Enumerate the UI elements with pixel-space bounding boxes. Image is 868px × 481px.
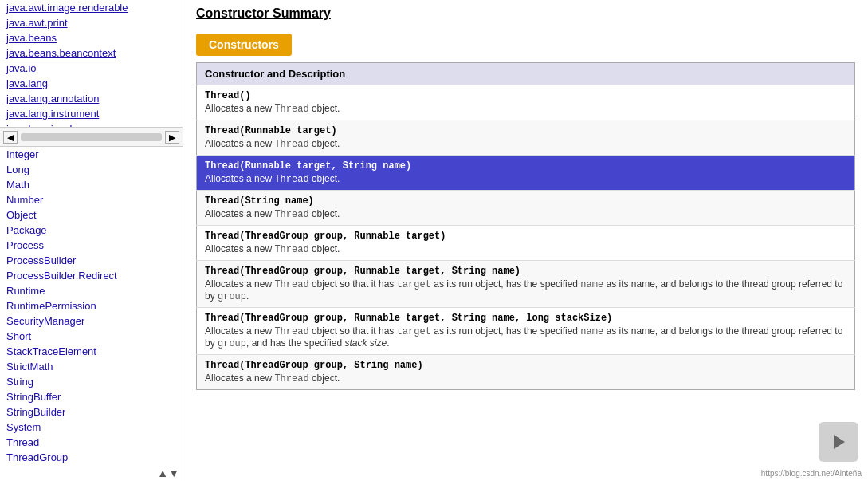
sidebar-class-item[interactable]: Long <box>0 162 183 177</box>
table-row: Thread(ThreadGroup group, Runnable targe… <box>197 308 855 355</box>
table-row: Thread(Runnable target, String name)Allo… <box>197 156 855 191</box>
constructor-signature[interactable]: Thread(ThreadGroup group, Runnable targe… <box>205 266 846 277</box>
sidebar-package-item[interactable]: java.beans <box>0 30 183 45</box>
table-row: Thread(Runnable target)Allocates a new T… <box>197 120 855 156</box>
constructor-signature[interactable]: Thread(Runnable target, String name) <box>205 160 846 172</box>
sidebar-expand-control: ▲ ▼ <box>0 465 183 481</box>
table-row: Thread(ThreadGroup group, Runnable targe… <box>197 261 855 308</box>
constructor-description: Allocates a new Thread object. <box>205 138 846 150</box>
constructor-description: Allocates a new Thread object. <box>205 373 846 384</box>
scroll-left-button[interactable]: ◀ <box>3 131 18 144</box>
package-list: java.awt.image.renderablejava.awt.printj… <box>0 0 183 128</box>
constructor-description: Allocates a new Thread object so that it… <box>205 278 846 302</box>
horizontal-scrollbar[interactable]: ◀ ▶ <box>0 128 183 147</box>
sidebar-class-item[interactable]: System <box>0 420 183 435</box>
sidebar-up-arrow[interactable]: ▲ <box>157 467 168 479</box>
constructors-tab[interactable]: Constructors <box>196 34 292 56</box>
constructor-signature[interactable]: Thread(String name) <box>205 195 846 207</box>
constructor-cell: Thread(String name)Allocates a new Threa… <box>197 191 855 226</box>
constructor-cell: Thread(ThreadGroup group, Runnable targe… <box>197 308 855 355</box>
sidebar-class-item[interactable]: Integer <box>0 147 183 162</box>
sidebar-class-item[interactable]: Short <box>0 329 183 344</box>
sidebar-package-item[interactable]: java.io <box>0 61 183 76</box>
sidebar-package-item[interactable]: java.lang.annotation <box>0 91 183 106</box>
constructor-table: Constructor and Description Thread()Allo… <box>196 62 855 390</box>
play-icon <box>829 432 848 451</box>
sidebar-class-item[interactable]: Number <box>0 192 183 207</box>
sidebar-package-item[interactable]: java.awt.image.renderable <box>0 0 183 15</box>
table-row: Thread(String name)Allocates a new Threa… <box>197 191 855 226</box>
constructor-cell: Thread(ThreadGroup group, Runnable targe… <box>197 261 855 308</box>
constructor-description: Allocates a new Thread object. <box>205 208 846 220</box>
constructor-cell: Thread(Runnable target)Allocates a new T… <box>197 120 855 156</box>
sidebar-class-item[interactable]: StringBuilder <box>0 404 183 420</box>
constructor-signature[interactable]: Thread(Runnable target) <box>205 125 846 136</box>
sidebar-class-item[interactable]: Thread <box>0 435 183 450</box>
sidebar-class-item[interactable]: Runtime <box>0 283 183 298</box>
sidebar-class-item[interactable]: ProcessBuilder.Redirect <box>0 268 183 283</box>
sidebar-class-item[interactable]: Process <box>0 238 183 253</box>
constructor-description: Allocates a new Thread object. <box>205 103 846 115</box>
constructor-signature[interactable]: Thread() <box>205 90 846 101</box>
scroll-right-button[interactable]: ▶ <box>165 131 179 144</box>
constructor-cell: Thread(ThreadGroup group, String name)Al… <box>197 355 855 390</box>
sidebar-package-item[interactable]: java.lang <box>0 76 183 91</box>
sidebar-class-item[interactable]: StrictMath <box>0 359 183 374</box>
class-list: IntegerLongMathNumberObjectPackageProces… <box>0 147 183 465</box>
constructor-description: Allocates a new Thread object. <box>205 243 846 255</box>
header-title: Constructor Summary <box>196 6 331 20</box>
sidebar-class-item[interactable]: StringBuffer <box>0 389 183 404</box>
sidebar: java.awt.image.renderablejava.awt.printj… <box>0 0 183 481</box>
table-row: Thread()Allocates a new Thread object. <box>197 85 855 120</box>
table-row: Thread(ThreadGroup group, String name)Al… <box>197 355 855 390</box>
sidebar-class-item[interactable]: String <box>0 374 183 389</box>
watermark: https://blog.csdn.net/Ainteña <box>761 469 862 478</box>
sidebar-down-arrow[interactable]: ▼ <box>168 467 179 479</box>
sidebar-package-item[interactable]: java.lang.instrument <box>0 106 183 121</box>
constructor-signature[interactable]: Thread(ThreadGroup group, String name) <box>205 360 846 371</box>
sidebar-class-item[interactable]: Package <box>0 223 183 238</box>
hscroll-thumb[interactable] <box>21 133 162 141</box>
sidebar-class-item[interactable]: Object <box>0 207 183 223</box>
sidebar-class-item[interactable]: SecurityManager <box>0 313 183 329</box>
play-button[interactable] <box>819 422 858 462</box>
constructor-cell: Thread(Runnable target, String name)Allo… <box>197 156 855 191</box>
table-row: Thread(ThreadGroup group, Runnable targe… <box>197 226 855 261</box>
constructor-description: Allocates a new Thread object so that it… <box>205 325 846 349</box>
main-content: Constructor Summary Constructors Constru… <box>183 0 868 481</box>
constructor-cell: Thread()Allocates a new Thread object. <box>197 85 855 120</box>
sidebar-package-item[interactable]: java.beans.beancontext <box>0 45 183 61</box>
sidebar-class-item[interactable]: Math <box>0 177 183 192</box>
sidebar-class-item[interactable]: ProcessBuilder <box>0 253 183 268</box>
table-body: Thread()Allocates a new Thread object.Th… <box>197 85 855 390</box>
svg-marker-0 <box>834 435 845 449</box>
sidebar-package-item[interactable]: java.lang.invoke <box>0 121 183 128</box>
constructor-signature[interactable]: Thread(ThreadGroup group, Runnable targe… <box>205 231 846 242</box>
sidebar-class-item[interactable]: ThreadGroup <box>0 450 183 465</box>
constructor-signature[interactable]: Thread(ThreadGroup group, Runnable targe… <box>205 313 846 324</box>
sidebar-class-item[interactable]: StackTraceElement <box>0 344 183 359</box>
sidebar-class-item[interactable]: RuntimePermission <box>0 298 183 313</box>
sidebar-package-item[interactable]: java.awt.print <box>0 15 183 30</box>
table-header: Constructor and Description <box>197 63 855 85</box>
constructor-description: Allocates a new Thread object. <box>205 173 846 185</box>
page-header: Constructor Summary <box>183 0 868 27</box>
constructor-cell: Thread(ThreadGroup group, Runnable targe… <box>197 226 855 261</box>
